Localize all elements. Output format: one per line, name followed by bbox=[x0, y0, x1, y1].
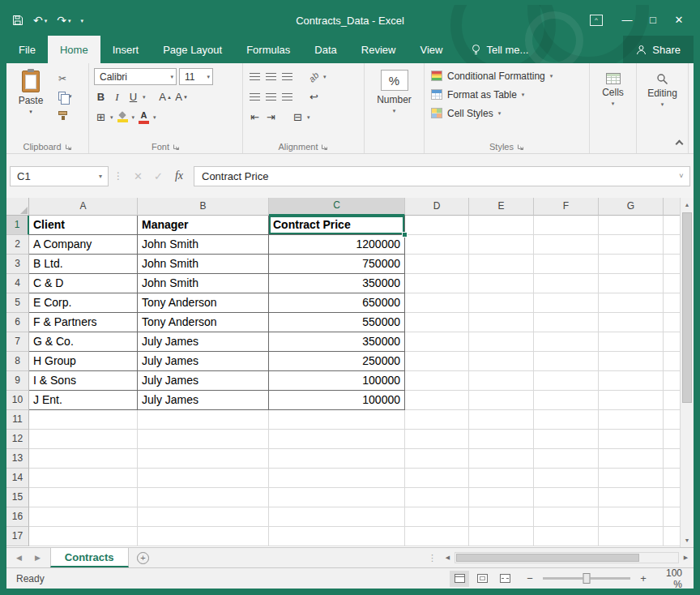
cell-E8[interactable] bbox=[469, 352, 534, 371]
column-header-F[interactable]: F bbox=[534, 198, 599, 216]
vertical-scroll-thumb[interactable] bbox=[682, 212, 692, 403]
cells-button[interactable]: Cells ▾ bbox=[595, 66, 631, 106]
cell-A8[interactable]: H Group bbox=[29, 352, 138, 371]
dialog-launcher-icon[interactable] bbox=[517, 143, 524, 151]
cell-G6[interactable] bbox=[599, 313, 664, 332]
cell-C17[interactable] bbox=[269, 527, 405, 546]
customize-quick-access-button[interactable]: ▾ bbox=[77, 18, 88, 24]
redo-button[interactable]: ↷▾ bbox=[53, 15, 75, 26]
cell-D9[interactable] bbox=[405, 371, 469, 391]
cell-A3[interactable]: B Ltd. bbox=[29, 255, 138, 274]
cell-C4[interactable]: 350000 bbox=[269, 274, 405, 293]
cell-B15[interactable] bbox=[138, 488, 269, 507]
underline-button[interactable]: U bbox=[126, 89, 140, 105]
cell-A4[interactable]: C & D bbox=[29, 274, 138, 293]
cell-A2[interactable]: A Company bbox=[29, 235, 138, 255]
zoom-in-button[interactable]: + bbox=[638, 572, 649, 584]
cell-E6[interactable] bbox=[469, 313, 534, 332]
cell-D3[interactable] bbox=[405, 255, 469, 274]
cell-F16[interactable] bbox=[534, 507, 599, 527]
cell-B9[interactable]: July James bbox=[138, 371, 269, 391]
row-header-5[interactable]: 5 bbox=[6, 293, 29, 313]
cell-D16[interactable] bbox=[405, 507, 469, 527]
cancel-entry-button[interactable]: ✕ bbox=[128, 170, 148, 182]
cell-G2[interactable] bbox=[599, 235, 664, 255]
column-header-C[interactable]: C bbox=[269, 198, 405, 216]
cell-F9[interactable] bbox=[534, 371, 599, 391]
row-header-13[interactable]: 13 bbox=[6, 449, 29, 469]
cell-D10[interactable] bbox=[405, 391, 469, 410]
cell-G10[interactable] bbox=[599, 391, 664, 410]
dialog-launcher-icon[interactable] bbox=[65, 143, 72, 151]
align-bottom-button[interactable] bbox=[280, 69, 294, 84]
cell-F12[interactable] bbox=[534, 430, 599, 449]
cell-A11[interactable] bbox=[29, 410, 138, 430]
cell-A13[interactable] bbox=[29, 449, 138, 469]
row-header-11[interactable]: 11 bbox=[6, 410, 29, 430]
cell-B4[interactable]: John Smith bbox=[138, 274, 269, 293]
font-size-select[interactable]: 11▾ bbox=[179, 68, 213, 85]
cell-C13[interactable] bbox=[269, 449, 405, 469]
collapse-ribbon-button[interactable] bbox=[672, 138, 685, 149]
formula-bar-handle[interactable]: ⋮ bbox=[113, 170, 123, 182]
cell-B16[interactable] bbox=[138, 507, 269, 527]
cell-C6[interactable]: 550000 bbox=[269, 313, 405, 332]
row-header-2[interactable]: 2 bbox=[6, 235, 29, 255]
page-layout-view-button[interactable] bbox=[472, 571, 492, 587]
zoom-out-button[interactable]: − bbox=[524, 572, 536, 584]
page-break-view-button[interactable] bbox=[495, 571, 514, 587]
cell-A12[interactable] bbox=[29, 430, 138, 449]
cell-D17[interactable] bbox=[405, 527, 469, 546]
paste-button[interactable]: Paste ▾ bbox=[11, 66, 50, 118]
cell-F4[interactable] bbox=[534, 274, 599, 293]
scroll-left-button[interactable]: ◀ bbox=[441, 554, 455, 561]
cell-C3[interactable]: 750000 bbox=[269, 255, 405, 274]
cell-C1[interactable]: Contract Price bbox=[269, 216, 405, 235]
row-header-6[interactable]: 6 bbox=[6, 313, 29, 332]
tab-scroll-splitter[interactable]: ⋮ bbox=[428, 553, 437, 563]
dialog-launcher-icon[interactable] bbox=[173, 143, 180, 151]
cell-F2[interactable] bbox=[534, 235, 599, 255]
cell-G13[interactable] bbox=[599, 449, 664, 469]
cell-G8[interactable] bbox=[599, 352, 664, 371]
cell-C16[interactable] bbox=[269, 507, 405, 527]
cell-D2[interactable] bbox=[405, 235, 469, 255]
cell-G11[interactable] bbox=[599, 410, 664, 430]
cell-E1[interactable] bbox=[469, 216, 534, 235]
fill-handle[interactable] bbox=[402, 232, 408, 238]
horizontal-scrollbar[interactable]: ◀ ▶ bbox=[441, 548, 694, 567]
cell-D14[interactable] bbox=[405, 469, 469, 488]
cell-G15[interactable] bbox=[599, 488, 664, 507]
cell-A5[interactable]: E Corp. bbox=[29, 293, 138, 313]
cell-C12[interactable] bbox=[269, 430, 405, 449]
cell-G7[interactable] bbox=[599, 332, 664, 352]
tab-insert[interactable]: Insert bbox=[100, 36, 152, 63]
new-sheet-button[interactable]: + bbox=[129, 548, 158, 567]
insert-function-button[interactable]: fx bbox=[169, 169, 190, 182]
cell-E10[interactable] bbox=[469, 391, 534, 410]
increase-indent-button[interactable]: ⇥ bbox=[264, 109, 278, 125]
cell-E16[interactable] bbox=[469, 507, 534, 527]
cell-F13[interactable] bbox=[534, 449, 599, 469]
column-header-E[interactable]: E bbox=[469, 198, 534, 216]
cell-B12[interactable] bbox=[138, 430, 269, 449]
row-header-7[interactable]: 7 bbox=[6, 332, 29, 352]
cell-C11[interactable] bbox=[269, 410, 405, 430]
borders-button[interactable]: ⊞ bbox=[94, 109, 108, 125]
scroll-up-button[interactable]: ▲ bbox=[681, 198, 694, 212]
cell-D8[interactable] bbox=[405, 352, 469, 371]
maximize-button[interactable]: □ bbox=[640, 5, 666, 36]
cell-C8[interactable]: 250000 bbox=[269, 352, 405, 371]
scroll-down-button[interactable]: ▼ bbox=[681, 533, 694, 547]
vertical-scroll-track[interactable] bbox=[681, 403, 694, 533]
fill-color-button[interactable] bbox=[116, 109, 130, 125]
cell-F17[interactable] bbox=[534, 527, 599, 546]
merge-center-button[interactable]: ⊟ bbox=[291, 109, 305, 125]
cell-G5[interactable] bbox=[599, 293, 664, 313]
decrease-font-size-button[interactable]: A▼ bbox=[175, 89, 189, 105]
horizontal-scroll-thumb[interactable] bbox=[456, 554, 639, 562]
normal-view-button[interactable] bbox=[450, 571, 469, 587]
ribbon-display-options-button[interactable]: ^ bbox=[590, 15, 603, 26]
cell-D12[interactable] bbox=[405, 430, 469, 449]
zoom-level[interactable]: 100 % bbox=[656, 567, 694, 590]
